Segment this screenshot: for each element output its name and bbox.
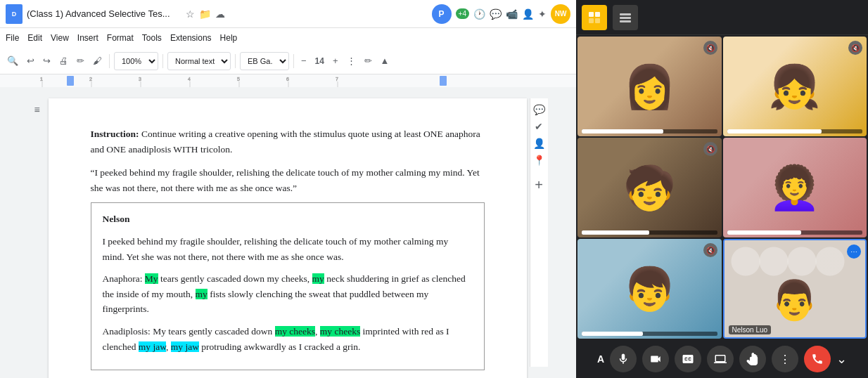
cloud-icon[interactable]: ☁ [215,8,225,20]
mute-icon-5: 🔇 [703,243,717,257]
anadiplosis-paragraph: Anadiplosis: My tears gently cascaded do… [103,324,473,354]
layout-btn-1[interactable] [582,5,607,30]
toolbar: 🔍 ↩ ↪ 🖨 ✏ 🖌 100% Normal text EB Ga... − … [0,48,576,74]
svg-rect-20 [595,18,600,23]
folder-icon[interactable]: 📁 [199,8,211,20]
instruction-block: Instruction: Continue writing a creative… [91,126,485,157]
menu-format[interactable]: Format [107,33,134,43]
anadiplosis-comma2: , [166,341,171,352]
svg-text:1: 1 [40,77,43,82]
title-bar: D (Class 1) Advanced Selective Tes... ☆ … [0,0,576,28]
zoom-select[interactable]: 100% [114,52,158,70]
pen-icon[interactable]: ✏ [362,54,375,67]
anaphora-t2: tears gently cascaded down my cheeks, [158,273,312,284]
svg-text:6: 6 [286,77,289,82]
svg-rect-16 [440,76,447,86]
side-icons: 💬 ✔ 👤 📍 + [530,98,548,367]
spellcheck-icon[interactable]: ✏ [74,54,87,67]
video-btn[interactable] [642,346,669,372]
chat-icon[interactable]: 💬 [490,8,502,20]
mute-icon-3: 🔇 [703,142,717,156]
mute-icon-2: 🔇 [848,41,862,55]
video-cell-4[interactable]: 👩‍🦱 [723,138,867,237]
sidebar-pin-icon[interactable]: 📍 [533,155,545,166]
sidebar-chat-icon[interactable]: 💬 [533,104,545,115]
more-options-icon[interactable]: ⋮ [344,54,359,67]
anadiplosis-hl3: my jaw [139,341,166,352]
paint-format-icon[interactable]: 🖌 [90,54,105,67]
svg-rect-21 [620,13,631,15]
svg-text:2: 2 [89,77,92,82]
paragraph1: I peeked behind my fragile shoulder, rel… [103,234,473,264]
meet-icon[interactable]: 📹 [506,8,518,20]
anadiplosis-label: Anadiplosis: [103,326,153,337]
font-size-down-btn[interactable]: − [298,54,309,67]
sidebar-check-icon[interactable]: ✔ [535,121,543,132]
add-people-icon[interactable]: 👤 [522,8,534,20]
video-cell-nelson[interactable]: 👨 ⋯ Nelson Luo [723,239,867,339]
collapse-icon[interactable]: ▲ [378,54,392,67]
menu-bar: File Edit View Insert Format Tools Exten… [0,28,576,48]
more-dot-nelson: ⋯ [847,245,861,259]
menu-view[interactable]: View [51,33,69,43]
svg-rect-18 [595,12,600,17]
video-cell-1[interactable]: 👩 🔇 [577,37,722,136]
menu-edit[interactable]: Edit [27,33,42,43]
docs-area: D (Class 1) Advanced Selective Tes... ☆ … [0,0,576,378]
anaphora-hl2: my [312,273,324,284]
instruction-text: Continue writing a creative opening with… [91,129,480,155]
hand-btn[interactable] [739,346,766,372]
list-icon[interactable]: ≡ [34,104,39,115]
document-page: Instruction: Continue writing a creative… [49,98,527,378]
svg-rect-19 [589,18,594,23]
video-cell-3[interactable]: 🧒 🔇 [577,138,722,237]
video-cell-5[interactable]: 👦 🔇 [577,239,722,339]
student-name: Nelson [103,211,473,227]
sidebar-plus-icon[interactable]: + [535,177,543,193]
anadiplosis-t1: My tears gently cascaded down [153,326,275,337]
video-toolbar [576,0,868,35]
video-bottom-bar: A ⋮ [576,340,868,378]
history-icon[interactable]: 🕐 [473,8,485,20]
quote-block: “I peeked behind my fragile shoulder, re… [91,165,485,195]
menu-help[interactable]: Help [220,33,238,43]
avatar-p[interactable]: P [432,4,452,24]
present-btn[interactable] [707,346,734,372]
menu-insert[interactable]: Insert [77,33,98,43]
menu-extensions[interactable]: Extensions [170,33,212,43]
mic-btn[interactable] [610,346,637,372]
svg-rect-22 [620,17,631,19]
layout-btn-2[interactable] [613,5,638,30]
video-call-area: 👩 🔇 👧 🔇 🧒 🔇 [576,0,868,378]
menu-file[interactable]: File [6,33,19,43]
nelson-label: Nelson Luo [729,325,772,334]
undo-icon[interactable]: ↩ [24,54,37,67]
print-icon[interactable]: 🖨 [56,54,71,67]
font-select[interactable]: EB Ga... [240,52,289,70]
redo-icon[interactable]: ↪ [40,54,53,67]
video-cell-2[interactable]: 👧 🔇 [723,37,867,136]
end-call-btn[interactable] [804,346,831,372]
sidebar-person-icon[interactable]: 👤 [533,138,545,149]
star-icon[interactable]: ☆ [186,8,195,20]
style-select[interactable]: Normal text [167,52,231,70]
search-icon[interactable]: 🔍 [4,54,21,67]
avatar-nw[interactable]: NW [551,4,570,24]
avatar-plus[interactable]: +4 [456,8,469,19]
captions-btn[interactable] [675,346,701,372]
svg-rect-15 [67,76,74,86]
more-btn[interactable]: ⋮ [772,346,798,372]
menu-tools[interactable]: Tools [142,33,162,43]
text-box: Nelson I peeked behind my fragile should… [91,202,485,370]
anadiplosis-hl2: my cheeks [320,326,360,337]
font-size-up-btn[interactable]: + [330,54,341,67]
chevron-up-btn[interactable]: ⌄ [836,351,847,367]
star2-icon[interactable]: ✦ [538,8,547,20]
font-size-display: 14 [312,55,327,67]
anaphora-hl1: My [145,273,158,284]
docs-logo: D [6,4,23,24]
svg-text:7: 7 [336,77,338,82]
anadiplosis-hl4: my jaw [171,341,199,352]
ruler: 1 2 3 4 5 6 7 [0,74,576,87]
a-button[interactable]: A [597,353,604,365]
